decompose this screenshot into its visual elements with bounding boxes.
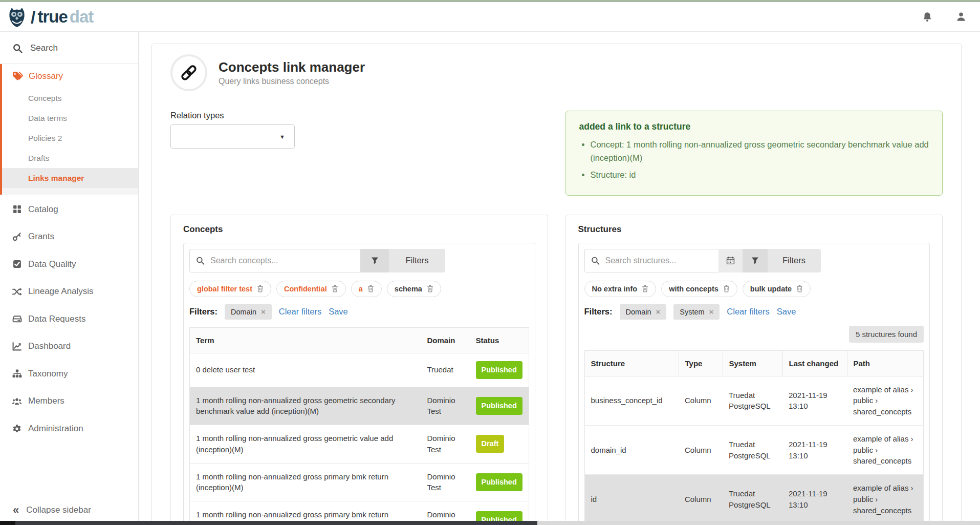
sidebar-item-catalog[interactable]: Catalog — [0, 196, 138, 223]
calendar-icon — [726, 256, 735, 265]
table-row[interactable]: business_concept_id Column Truedat Postg… — [584, 376, 924, 425]
relation-types-label: Relation types — [170, 111, 548, 120]
sidebar-item-grants[interactable]: Grants — [0, 223, 138, 251]
structures-calendar-button[interactable] — [718, 249, 743, 272]
brand-logo[interactable]: / true dat — [7, 7, 93, 27]
column-header[interactable]: System — [723, 350, 782, 376]
table-row[interactable]: 1 month rolling non-annualized gross pri… — [190, 463, 529, 501]
sidebar-item-taxonomy[interactable]: Taxonomy — [0, 360, 138, 388]
trash-icon[interactable] — [367, 285, 374, 292]
save-filters-link[interactable]: Save — [329, 307, 348, 317]
column-header[interactable]: Domain — [421, 327, 470, 353]
structures-active-filters: Filters: Domain × System × Clear filters — [584, 304, 924, 320]
active-filter-chip[interactable]: Domain × — [620, 304, 667, 320]
concepts-filter-icon-button[interactable] — [360, 249, 389, 272]
table-row[interactable]: domain_id Column Truedat PostgreSQL 2021… — [584, 425, 924, 474]
filter-chip[interactable]: bulk update — [743, 281, 811, 297]
status-badge: Published — [476, 473, 522, 491]
chevron-down-icon: ▼ — [279, 134, 285, 140]
trash-icon[interactable] — [796, 285, 803, 292]
page-title: Concepts link manager — [219, 59, 365, 75]
structures-filter-icon-button[interactable] — [743, 249, 768, 272]
column-header[interactable]: Last changed — [782, 350, 847, 376]
table-row[interactable]: id Column Truedat PostgreSQL 2021-11-19 … — [584, 475, 924, 524]
close-icon[interactable]: × — [261, 308, 266, 316]
sidebar-item-lineage-analysis[interactable]: Lineage Analysis — [0, 278, 138, 306]
bell-icon[interactable] — [922, 11, 933, 23]
table-row[interactable]: 1 month rolling non-annualized gross geo… — [190, 387, 529, 425]
brand-true: true — [37, 8, 67, 25]
chart-icon — [12, 342, 22, 351]
sidebar-item-data-terms[interactable]: Data terms — [2, 108, 138, 128]
filter-chip[interactable]: global filter test — [189, 281, 271, 297]
concepts-filters-button[interactable]: Filters — [389, 249, 445, 272]
funnel-icon — [371, 257, 379, 265]
sidebar-item-data-quality[interactable]: Data Quality — [0, 250, 138, 278]
column-header[interactable]: Term — [190, 327, 421, 353]
filters-label: Filters: — [584, 307, 613, 317]
sidebar-item-drafts[interactable]: Drafts — [2, 148, 138, 168]
table-row[interactable]: 0 delete user test Truedat Published — [190, 353, 529, 387]
close-icon[interactable]: × — [656, 308, 660, 316]
active-filter-chip[interactable]: System × — [673, 304, 720, 320]
alert-list: Concept: 1 month rolling non-annualized … — [591, 138, 929, 182]
topbar: / true dat — [0, 2, 980, 32]
column-header[interactable]: Status — [470, 327, 529, 353]
sidebar-item-concepts[interactable]: Concepts — [2, 88, 138, 108]
table-header-row: Term Domain Status — [190, 327, 529, 353]
filter-chip[interactable]: with concepts — [661, 281, 737, 297]
page-subtitle: Query links business concepts — [219, 77, 365, 86]
horizontal-scrollbar[interactable] — [0, 521, 980, 525]
filter-chip[interactable]: a — [351, 281, 382, 297]
table-row[interactable]: 1 month rolling non-annualized gross geo… — [190, 425, 529, 464]
trash-icon[interactable] — [723, 285, 730, 292]
main-content: Concepts link manager Query links busine… — [139, 32, 980, 525]
structures-search-input[interactable] — [584, 249, 718, 272]
trash-icon[interactable] — [332, 285, 338, 292]
sidebar-item-glossary[interactable]: Glossary — [2, 64, 138, 88]
close-icon[interactable]: × — [709, 308, 714, 316]
scrollbar-thumb[interactable] — [15, 521, 537, 525]
scrollbar-corner — [0, 521, 15, 525]
relation-types-select[interactable]: ▼ — [170, 124, 295, 149]
double-chevron-left-icon: « — [13, 505, 19, 516]
grid-icon — [12, 205, 22, 214]
check-square-icon — [12, 260, 22, 268]
filter-chip[interactable]: No extra info — [584, 281, 657, 297]
page-header: Concepts link manager Query links busine… — [170, 54, 943, 91]
structures-panel-title: Structures — [578, 224, 930, 235]
sidebar-item-policies-2[interactable]: Policies 2 — [2, 128, 138, 148]
user-icon[interactable] — [955, 11, 967, 23]
clear-filters-link[interactable]: Clear filters — [727, 307, 769, 317]
filter-chip[interactable]: schema — [387, 281, 441, 297]
sidebar-glossary-label: Glossary — [29, 71, 63, 81]
gear-icon — [12, 424, 22, 433]
sidebar-item-search[interactable]: Search — [0, 36, 138, 60]
active-filter-chip[interactable]: Domain × — [225, 304, 272, 320]
sidebar-item-members[interactable]: Members — [0, 388, 138, 415]
sidebar-item-administration[interactable]: Administration — [0, 415, 138, 443]
brand-slash: / — [31, 8, 35, 26]
column-header[interactable]: Path — [847, 350, 924, 376]
concepts-search-input[interactable] — [189, 249, 360, 272]
sidebar-item-dashboard[interactable]: Dashboard — [0, 333, 138, 361]
trash-icon[interactable] — [427, 285, 433, 292]
trash-icon[interactable] — [257, 285, 264, 292]
success-alert: added a link to a structure Concept: 1 m… — [565, 111, 943, 196]
search-icon — [196, 256, 205, 265]
sidebar-item-data-requests[interactable]: Data Requests — [0, 305, 138, 333]
clear-filters-link[interactable]: Clear filters — [279, 307, 321, 317]
concepts-table: Term Domain Status 0 delete user test Tr… — [189, 327, 529, 525]
filter-chip[interactable]: Confidential — [276, 281, 346, 297]
trash-icon[interactable] — [642, 285, 648, 292]
sidebar-item-links-manager[interactable]: Links manager — [2, 168, 138, 188]
structures-panel-box: Filters No extra info with concepts — [578, 243, 930, 525]
collapse-sidebar-button[interactable]: « Collapse sidebar — [0, 505, 138, 516]
funnel-icon — [751, 257, 759, 265]
column-header[interactable]: Structure — [584, 350, 679, 376]
structures-filters-button[interactable]: Filters — [768, 249, 821, 272]
table-header-row: Structure Type System Last changed Path — [584, 350, 924, 376]
save-filters-link[interactable]: Save — [777, 307, 796, 317]
drive-icon — [12, 314, 22, 323]
column-header[interactable]: Type — [679, 350, 723, 376]
